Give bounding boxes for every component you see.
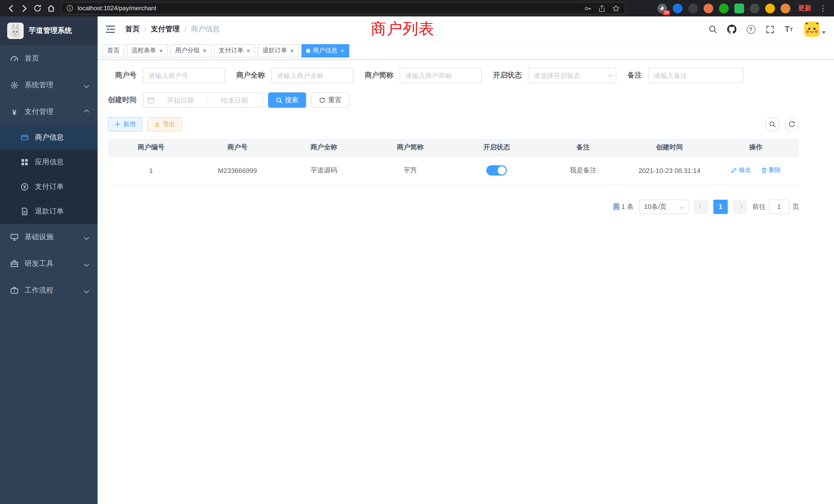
extension-icon[interactable] — [734, 3, 744, 13]
logo-rabbit-icon — [7, 23, 24, 39]
extension-icon[interactable] — [765, 3, 775, 13]
sidebar-item-label: 应用信息 — [35, 158, 64, 167]
breadcrumb-home[interactable]: 首页 — [125, 25, 140, 34]
extension-icon[interactable] — [750, 3, 760, 13]
share-icon[interactable] — [598, 4, 606, 12]
merchant-no-input[interactable] — [143, 68, 225, 83]
logo[interactable]: 芋道管理系统 — [0, 17, 97, 45]
search-button[interactable]: 搜索 — [268, 92, 306, 108]
cell-merchant-no: M233666999 — [194, 156, 281, 185]
browser-menu-icon[interactable]: ⋮ — [817, 4, 829, 13]
tab-home[interactable]: 首页 — [103, 44, 124, 57]
sidebar-item-pay-orders[interactable]: 支付订单 — [0, 175, 97, 199]
full-name-input[interactable] — [271, 68, 353, 83]
start-date-input[interactable] — [157, 96, 204, 104]
remark-label: 备注 — [628, 71, 648, 80]
short-name-input[interactable] — [399, 68, 482, 83]
reset-button[interactable]: 重置 — [311, 92, 349, 108]
tab-close-icon[interactable]: × — [246, 47, 250, 54]
sidebar-item-payment[interactable]: ¥ 支付管理 — [0, 98, 97, 125]
breadcrumb-payment[interactable]: 支付管理 — [151, 25, 180, 34]
tab-user-group[interactable]: 用户分组 × — [171, 44, 212, 57]
tab-pay-order[interactable]: 支付订单 × — [214, 44, 255, 57]
tab-merchant-info[interactable]: 商户信息 × — [302, 44, 349, 57]
sidebar-item-label: 支付订单 — [35, 182, 64, 191]
page-number-button[interactable]: 1 — [713, 199, 728, 214]
show-search-toggle-icon[interactable] — [765, 117, 780, 131]
extension-icon[interactable] — [704, 3, 713, 13]
help-icon[interactable]: ? — [743, 21, 759, 38]
browser-profile-avatar[interactable] — [781, 3, 790, 13]
extension-icon[interactable] — [719, 3, 729, 13]
monitor-icon — [10, 233, 19, 241]
end-date-input[interactable] — [211, 96, 258, 104]
goto-page-input[interactable] — [769, 199, 789, 214]
prev-page-button[interactable] — [694, 199, 708, 214]
merchant-table: 商户编号 商户号 商户全称 商户简称 开启状态 备注 创建时间 操作 1 — [108, 139, 799, 185]
forward-icon[interactable] — [18, 2, 31, 15]
sidebar-item-devtools[interactable]: 研发工具 — [0, 250, 97, 277]
back-icon[interactable] — [4, 2, 18, 15]
toolbox-icon — [10, 260, 19, 268]
tab-refund-order[interactable]: 退款订单 × — [258, 44, 299, 57]
tab-close-icon[interactable]: × — [340, 47, 345, 54]
browser-toolbar: localhost:1024/pay/merchant 10 — [0, 0, 834, 17]
tab-label: 流程表单 — [131, 46, 156, 55]
sidebar-item-label: 研发工具 — [25, 259, 53, 269]
browser-update-button[interactable]: 更新 — [798, 4, 811, 13]
page-size-select[interactable]: 10条/页 — [639, 199, 689, 214]
sidebar-item-infra[interactable]: 基础设施 — [0, 224, 97, 250]
page-unit-label: 页 — [792, 202, 799, 211]
col-actions: 操作 — [713, 139, 799, 156]
home-icon[interactable] — [44, 2, 58, 15]
cell-actions: 修改 删除 — [713, 156, 799, 185]
extension-icon[interactable] — [673, 3, 682, 13]
sidebar-item-label: 工作流程 — [25, 286, 53, 295]
user-menu[interactable] — [804, 22, 826, 37]
sidebar-item-system[interactable]: 系统管理 — [0, 72, 97, 98]
refresh-table-icon[interactable] — [785, 117, 799, 131]
tab-process-form[interactable]: 流程表单 × — [127, 44, 168, 57]
export-button[interactable]: 导出 — [147, 117, 182, 131]
refresh-icon[interactable] — [31, 2, 44, 15]
tab-close-icon[interactable]: × — [159, 47, 163, 54]
tab-close-icon[interactable]: × — [290, 47, 294, 54]
tab-close-icon[interactable]: × — [202, 47, 207, 54]
extension-icon[interactable] — [688, 3, 698, 13]
extensions-puzzle-icon[interactable]: 10 — [657, 3, 667, 13]
font-size-icon[interactable]: TT — [781, 21, 796, 38]
status-select[interactable] — [528, 68, 616, 83]
avatar[interactable] — [804, 22, 820, 37]
payment-submenu: 商户信息 应用信息 支付订单 — [0, 125, 97, 224]
site-info-icon[interactable] — [66, 5, 73, 12]
sidebar-item-app-info[interactable]: 应用信息 — [0, 150, 97, 175]
edit-link[interactable]: 修改 — [731, 166, 751, 175]
status-toggle[interactable] — [486, 165, 507, 176]
table-row: 1 M233666999 芋道源码 芋艿 我是备注 2021-10-23 08:… — [108, 156, 799, 185]
url-text: localhost:1024/pay/merchant — [78, 5, 156, 12]
delete-link[interactable]: 删除 — [761, 166, 781, 175]
sidebar-collapse-icon[interactable] — [105, 24, 116, 35]
add-button[interactable]: 新增 — [108, 117, 142, 131]
tab-label: 支付订单 — [219, 46, 243, 55]
github-icon[interactable] — [724, 21, 740, 38]
tab-label: 用户分组 — [175, 46, 200, 55]
active-dot — [306, 48, 310, 53]
bookmark-star-icon[interactable] — [612, 4, 620, 12]
sidebar-item-workflow[interactable]: 工作流程 — [0, 277, 97, 304]
sidebar-item-home[interactable]: 首页 — [0, 45, 97, 72]
sidebar-item-refund-orders[interactable]: 退款订单 — [0, 199, 97, 224]
address-bar[interactable]: localhost:1024/pay/merchant — [61, 2, 626, 14]
date-range-picker[interactable]: - — [143, 92, 263, 108]
next-page-button[interactable] — [733, 199, 747, 214]
goto-label: 前往 — [752, 202, 766, 211]
fullscreen-icon[interactable] — [762, 21, 777, 38]
chevron-down-icon — [680, 205, 684, 209]
search-icon[interactable] — [705, 21, 721, 38]
yen-icon: ¥ — [10, 108, 19, 116]
sidebar-item-merchant-info[interactable]: 商户信息 — [0, 125, 97, 150]
breadcrumb-current: 商户信息 — [191, 25, 220, 34]
password-key-icon[interactable] — [584, 4, 592, 12]
gear-icon — [10, 81, 19, 89]
remark-input[interactable] — [648, 68, 744, 83]
